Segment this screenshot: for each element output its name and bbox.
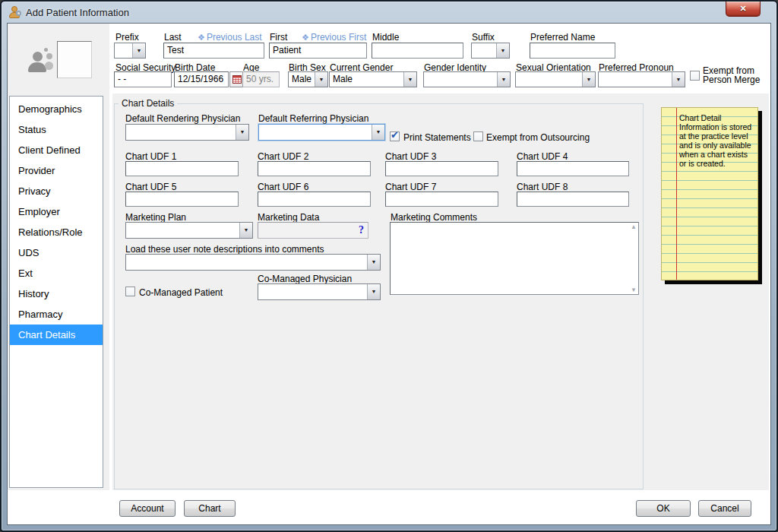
magnifier-shape (16, 11, 21, 16)
co-managed-physician-combobox[interactable]: ▼ (258, 283, 381, 300)
co-managed-physician-label: Co-Managed Physician (258, 274, 352, 284)
scroll-down-icon[interactable]: ▼ (631, 287, 637, 293)
exempt-person-merge-label: Exempt from Person Merge (703, 66, 765, 84)
diamond-icon: ❖ (198, 33, 205, 42)
middle-name-label: Middle (372, 32, 399, 43)
first-name-input[interactable]: Patient (269, 43, 367, 59)
sidebar-item-provider[interactable]: Provider (10, 160, 103, 181)
birth-date-input[interactable]: 12/15/1966 (174, 71, 229, 87)
sidebar-item-relations-role[interactable]: Relations/Role (10, 222, 103, 242)
chart-button[interactable]: Chart (184, 500, 236, 517)
current-gender-combobox[interactable]: Male ▼ (329, 71, 417, 87)
chart-udf-6-label: Chart UDF 6 (258, 182, 308, 192)
default-rendering-physician-dropdown-button[interactable]: ▼ (236, 125, 248, 140)
middle-name-input[interactable] (372, 43, 463, 59)
sidebar-item-client-defined[interactable]: Client Defined (10, 140, 103, 160)
chart-udf-3-input[interactable] (385, 161, 498, 176)
cancel-button[interactable]: Cancel (698, 500, 751, 517)
sexual-orientation-dropdown-button[interactable]: ▼ (582, 72, 595, 87)
chevron-down-icon: ▼ (315, 72, 327, 87)
chart-udf-5-input[interactable] (125, 192, 239, 207)
sidebar-item-demographics[interactable]: Demographics (10, 99, 103, 119)
sidebar-item-privacy[interactable]: Privacy (10, 181, 103, 201)
gender-identity-dropdown-button[interactable]: ▼ (497, 72, 510, 87)
social-security-input[interactable]: - - (114, 71, 172, 87)
current-gender-dropdown-button[interactable]: ▼ (403, 72, 416, 87)
sexual-orientation-combobox[interactable]: ▼ (515, 71, 596, 87)
first-name-label: First (270, 32, 287, 43)
co-managed-patient-checkbox[interactable] (125, 287, 135, 296)
exempt-outsourcing-checkbox[interactable] (473, 131, 483, 141)
print-statements-checkbox[interactable]: ✔ (390, 131, 400, 141)
last-name-input[interactable]: Test (163, 43, 264, 59)
last-name-label: Last (164, 32, 182, 43)
sidebar-item-pharmacy[interactable]: Pharmacy (10, 304, 103, 325)
help-question-icon[interactable]: ? (359, 224, 364, 236)
sidebar-item-status[interactable]: Status (10, 119, 103, 140)
sidebar-item-ext[interactable]: Ext (10, 263, 103, 283)
suffix-combobox[interactable]: ▼ (471, 43, 510, 59)
marketing-plan-combobox[interactable]: ▼ (125, 222, 253, 239)
dialog-body: Demographics Status Client Defined Provi… (7, 23, 771, 525)
previous-first-link[interactable]: ❖Previous First (302, 32, 366, 43)
chart-udf-2-input[interactable] (258, 161, 371, 176)
marketing-data-field: ? (258, 222, 368, 239)
birth-sex-dropdown-button[interactable]: ▼ (315, 72, 327, 87)
suffix-dropdown-button[interactable]: ▼ (496, 43, 509, 58)
prefix-combobox[interactable]: ▼ (114, 43, 146, 59)
prefix-dropdown-button[interactable]: ▼ (132, 43, 145, 58)
diamond-icon: ❖ (302, 33, 309, 42)
age-field: 50 yrs. (242, 71, 280, 87)
birth-sex-combobox[interactable]: Male ▼ (288, 71, 328, 87)
exempt-outsourcing-label: Exempt from Outsourcing (486, 132, 590, 143)
sidebar-item-employer[interactable]: Employer (10, 201, 103, 222)
chart-udf-1-input[interactable] (125, 161, 239, 176)
load-user-notes-dropdown-button[interactable]: ▼ (367, 255, 380, 270)
marketing-plan-dropdown-button[interactable]: ▼ (239, 223, 252, 238)
chevron-down-icon: ▼ (372, 125, 384, 139)
previous-last-link[interactable]: ❖Previous Last (198, 32, 262, 43)
previous-last-link-text: Previous Last (207, 32, 262, 43)
chevron-down-icon: ▼ (368, 284, 380, 299)
patient-search-icon (8, 5, 24, 19)
load-user-notes-combobox[interactable]: ▼ (125, 254, 381, 271)
chart-details-group-label: Chart Details (119, 98, 177, 109)
sidebar-item-history[interactable]: History (10, 283, 103, 304)
chart-udf-1-label: Chart UDF 1 (125, 151, 176, 162)
load-user-notes-label: Load these user note descriptions into c… (125, 244, 324, 255)
chart-udf-4-input[interactable] (517, 161, 629, 176)
co-managed-patient-label: Co-Managed Patient (139, 287, 223, 298)
account-button[interactable]: Account (119, 500, 176, 517)
preferred-name-input[interactable] (530, 43, 615, 59)
title-bar[interactable]: Add Patient Information ✕ (2, 2, 776, 23)
default-referring-physician-dropdown-button[interactable]: ▼ (372, 125, 384, 140)
chart-udf-8-input[interactable] (517, 192, 629, 207)
close-button[interactable]: ✕ (726, 2, 761, 17)
note-text: Chart Detail Information is stored at th… (679, 113, 756, 168)
avatar-bubble-large (45, 62, 53, 70)
exempt-person-merge-checkbox[interactable] (690, 71, 700, 81)
marketing-comments-textarea[interactable]: ▲ ▼ (390, 222, 639, 295)
chart-udf-7-input[interactable] (385, 192, 498, 207)
avatar-head-shape (33, 52, 43, 62)
default-referring-physician-combobox[interactable]: ▼ (258, 124, 385, 141)
chart-udf-6-input[interactable] (258, 192, 371, 207)
chart-udf-4-label: Chart UDF 4 (517, 151, 568, 162)
prefix-label: Prefix (115, 32, 139, 43)
marketing-plan-label: Marketing Plan (125, 212, 186, 223)
sidebar-item-chart-details[interactable]: Chart Details (10, 325, 103, 345)
preferred-pronoun-dropdown-button[interactable]: ▼ (672, 72, 685, 87)
sidebar-item-uds[interactable]: UDS (10, 242, 103, 263)
chart-udf-7-label: Chart UDF 7 (385, 182, 436, 192)
avatar-bubble-medium (46, 53, 52, 59)
birth-sex-value: Male (292, 74, 312, 85)
ok-button[interactable]: OK (636, 500, 691, 517)
default-rendering-physician-combobox[interactable]: ▼ (125, 124, 249, 141)
scroll-up-icon[interactable]: ▲ (631, 223, 637, 230)
chart-udf-3-label: Chart UDF 3 (385, 151, 436, 162)
co-managed-physician-dropdown-button[interactable]: ▼ (367, 284, 380, 299)
chevron-down-icon: ▼ (498, 72, 510, 87)
gender-identity-combobox[interactable]: ▼ (423, 71, 511, 87)
preferred-pronoun-combobox[interactable]: ▼ (598, 71, 685, 87)
marketing-data-label: Marketing Data (258, 212, 319, 223)
